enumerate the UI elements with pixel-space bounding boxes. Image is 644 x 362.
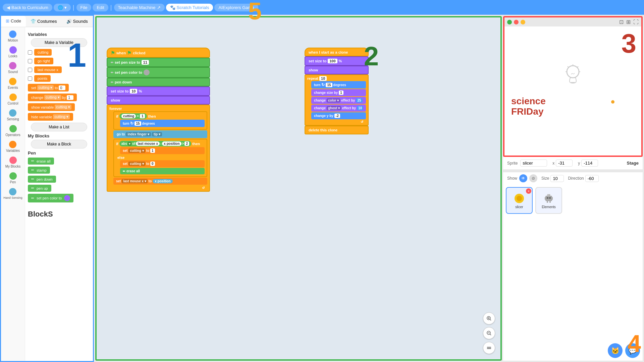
stage-tab[interactable]: Stage	[627, 161, 639, 166]
traffic-light-green[interactable]	[507, 20, 512, 24]
science-text: science	[511, 96, 546, 107]
zoom-out-button[interactable]	[483, 327, 495, 339]
yellow-dot	[611, 100, 614, 104]
var-cutting-block[interactable]: cutting	[34, 49, 52, 56]
svg-line-14	[577, 66, 578, 67]
make-list-button[interactable]: Make a List	[31, 123, 87, 131]
change-cutting-block[interactable]: change cutting ▾ by 1	[28, 94, 77, 101]
sprite-elements[interactable]: Elements	[535, 187, 562, 214]
y-coord-input[interactable]	[581, 160, 598, 167]
hide-variable-row: hide variable cutting ▾	[28, 112, 90, 121]
tab-costumes[interactable]: 👕 Costumes	[26, 16, 62, 27]
svg-rect-20	[549, 197, 551, 199]
file-menu-button[interactable]: File	[76, 4, 92, 11]
scratch-workspace[interactable]: ⚑ when ⚑ clicked ✏ set pen size to 11 ✏ …	[95, 16, 502, 361]
teachable-machine-button[interactable]: Teachable Machine ↗	[114, 4, 165, 11]
make-block-button[interactable]: Make a Block	[31, 140, 87, 148]
var-lastmousex-block[interactable]: last mouse x	[34, 66, 62, 73]
show-eye-button[interactable]: 👁	[519, 174, 527, 182]
change-cutting-block-row: change cutting ▾ by 1	[28, 93, 90, 102]
myblocks-section-title: My Blocks	[28, 133, 90, 138]
sprites-area: 4 × slicer	[503, 184, 643, 361]
stage-canvas: 3	[504, 26, 641, 124]
category-handsensing[interactable]: Hand Sensing	[2, 186, 24, 201]
category-sensing[interactable]: Sensing	[5, 107, 20, 123]
lightbulb-icon	[559, 62, 586, 88]
traffic-light-yellow[interactable]	[521, 20, 525, 24]
category-motion[interactable]: Motion	[6, 28, 19, 44]
stamp-block[interactable]: ✏stamp	[28, 167, 50, 174]
tab-sounds[interactable]: 🔊 Sounds	[62, 16, 93, 27]
pen-up-block[interactable]: ✏pen up	[28, 185, 51, 192]
direction-input[interactable]	[585, 175, 599, 182]
stage-fullscreen-button[interactable]: ⛶	[633, 19, 639, 25]
elements-name-label: Elements	[542, 205, 556, 209]
globe-button[interactable]: 🌐 ▾	[54, 4, 71, 11]
stage-header: ⊡ ⊞ ⛶	[504, 17, 641, 26]
traffic-light-red[interactable]	[514, 20, 519, 24]
category-sound[interactable]: Sound	[7, 60, 19, 76]
aiexplorers-game-button[interactable]: AIExplorers Game	[214, 4, 258, 11]
hide-variable-block[interactable]: hide variable cutting ▾	[28, 113, 73, 121]
hide-eye-button[interactable]: ⊘	[529, 174, 537, 182]
variables-dot	[9, 141, 16, 148]
category-operators[interactable]: Operators	[4, 123, 21, 139]
looks-dot	[9, 46, 17, 54]
number-2-label: 2	[364, 41, 379, 72]
tab-bar: ⊞ Code 👕 Costumes 🔊 Sounds	[1, 16, 93, 27]
var-points-block[interactable]: points	[34, 75, 51, 82]
show-variable-row: show variable cutting ▾	[28, 103, 90, 112]
var-goright-block[interactable]: go right	[34, 58, 53, 64]
external-link-icon: ↗	[157, 5, 161, 10]
handsensing-dot	[9, 188, 16, 195]
category-myblocks[interactable]: My Blocks	[4, 155, 22, 170]
main-layout: ⊞ Code 👕 Costumes 🔊 Sounds Motion	[0, 15, 644, 362]
pen-dot	[9, 172, 17, 180]
set-pen-color-block[interactable]: ✏set pen color to	[28, 194, 73, 202]
number-4-label: 4	[628, 330, 641, 357]
var-goright-checkbox[interactable]	[28, 59, 32, 63]
category-pen[interactable]: Pen	[8, 170, 18, 186]
pen-down-block[interactable]: ✏pen down	[28, 176, 56, 183]
slicer-sprite-icon	[513, 192, 525, 204]
svg-point-17	[517, 196, 522, 201]
back-to-curriculum-button[interactable]: ◀ Back to Curriculum	[3, 4, 52, 11]
svg-rect-23	[547, 201, 548, 203]
set-cutting-block[interactable]: set cutting ▾ to 0	[28, 84, 69, 92]
scratch-tutorials-button[interactable]: 🐾 Scratch Tutorials	[166, 4, 213, 11]
x-coord-input[interactable]	[556, 160, 573, 167]
category-control[interactable]: Control	[6, 92, 19, 107]
stage-restore-button[interactable]: ⊡	[619, 19, 624, 25]
sprite-props-bar: Show 👁 ⊘ Size Direction	[503, 172, 643, 184]
events-dot	[9, 78, 16, 85]
fit-button[interactable]	[483, 342, 495, 354]
stage-expand-button[interactable]: ⊞	[626, 19, 631, 25]
show-controls: Show 👁 ⊘	[507, 174, 537, 182]
var-cutting-checkbox[interactable]	[28, 50, 32, 55]
sprite-slicer[interactable]: × slicer	[506, 187, 533, 214]
slicer-name-label: slicer	[515, 205, 523, 209]
chevron-icon: ▾	[64, 5, 67, 10]
tab-code[interactable]: ⊞ Code	[1, 16, 26, 27]
var-points-checkbox[interactable]	[28, 76, 32, 81]
category-variables[interactable]: Variables	[5, 139, 21, 155]
size-control: Size	[541, 175, 564, 182]
sprite-name-input[interactable]	[520, 160, 547, 167]
right-panel: ⊡ ⊞ ⛶ 3	[503, 15, 644, 362]
edit-menu-button[interactable]: Edit	[93, 4, 108, 11]
sprite-label: Sprite	[507, 160, 547, 167]
sprite-slicer-delete[interactable]: ×	[526, 188, 531, 194]
friday-text: FRIDay	[511, 107, 546, 117]
var-lastmousex-checkbox[interactable]	[28, 68, 32, 72]
erase-all-block[interactable]: ✏erase all	[28, 158, 54, 165]
category-events[interactable]: Events	[6, 76, 19, 92]
control-dot	[9, 94, 17, 101]
globe-icon: 🌐	[58, 5, 63, 10]
category-looks[interactable]: Looks	[7, 44, 19, 60]
size-input[interactable]	[550, 175, 564, 182]
x-coord: x	[552, 160, 573, 167]
motion-dot	[9, 31, 16, 38]
cat-button[interactable]: 🐱	[608, 343, 623, 358]
show-variable-block[interactable]: show variable cutting ▾	[28, 103, 75, 111]
zoom-in-button[interactable]	[483, 312, 495, 324]
